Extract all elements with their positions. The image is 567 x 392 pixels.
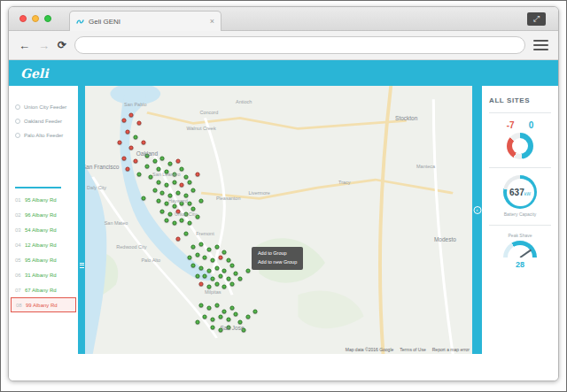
site-marker[interactable]: [152, 158, 157, 163]
site-marker[interactable]: [206, 269, 211, 273]
site-marker[interactable]: [195, 319, 199, 324]
site-marker[interactable]: [157, 166, 161, 171]
fullscreen-icon[interactable]: ⤢: [527, 12, 546, 26]
address-bar[interactable]: [74, 36, 525, 54]
site-marker[interactable]: [129, 145, 134, 150]
site-marker[interactable]: [230, 282, 235, 287]
site-marker[interactable]: [199, 199, 204, 204]
site-list-item[interactable]: 0899 Albany Rd: [11, 297, 76, 312]
site-marker[interactable]: [168, 194, 173, 198]
site-marker[interactable]: [191, 188, 196, 193]
site-marker[interactable]: [195, 172, 199, 176]
site-marker[interactable]: [211, 257, 215, 262]
back-button[interactable]: ←: [19, 39, 30, 52]
radio-icon[interactable]: [15, 119, 20, 124]
radio-icon[interactable]: [15, 104, 20, 110]
site-marker[interactable]: [137, 121, 142, 126]
site-list-item[interactable]: 0195 Albany Rd: [9, 192, 78, 207]
site-marker[interactable]: [175, 158, 180, 163]
browser-menu-icon[interactable]: [533, 40, 548, 51]
site-marker[interactable]: [214, 304, 219, 308]
site-marker[interactable]: [187, 181, 191, 185]
minimize-window-button[interactable]: [32, 15, 39, 22]
site-marker[interactable]: [183, 175, 188, 180]
context-menu-item[interactable]: Add to Group: [258, 250, 297, 258]
site-marker[interactable]: [230, 264, 235, 268]
attribution-link[interactable]: Report a map error: [432, 347, 470, 352]
site-marker[interactable]: [118, 140, 122, 144]
site-marker[interactable]: [129, 113, 134, 118]
site-marker[interactable]: [172, 204, 176, 209]
site-marker[interactable]: [199, 304, 204, 308]
site-marker[interactable]: [126, 166, 130, 171]
site-marker[interactable]: [180, 166, 184, 171]
site-marker[interactable]: [253, 309, 258, 313]
feeder-item[interactable]: Oakland Feeder: [9, 114, 78, 128]
geli-logo[interactable]: Geli: [20, 66, 49, 81]
site-marker[interactable]: [245, 269, 250, 273]
site-marker[interactable]: [199, 266, 204, 271]
site-marker[interactable]: [168, 161, 173, 165]
site-marker[interactable]: [218, 255, 222, 259]
site-marker[interactable]: [203, 255, 207, 259]
site-marker[interactable]: [133, 135, 137, 139]
site-marker[interactable]: [218, 274, 222, 279]
site-marker[interactable]: [230, 306, 235, 311]
site-marker[interactable]: [121, 156, 126, 160]
site-marker[interactable]: [211, 277, 215, 281]
site-marker[interactable]: [160, 210, 165, 214]
site-marker[interactable]: [168, 212, 173, 217]
site-marker[interactable]: [206, 306, 211, 311]
site-marker[interactable]: [157, 181, 161, 185]
map-context-menu[interactable]: Add to GroupAdd to new Group: [252, 247, 303, 270]
site-marker[interactable]: [180, 218, 184, 222]
site-marker[interactable]: [180, 183, 184, 188]
site-marker[interactable]: [206, 285, 211, 289]
site-marker[interactable]: [195, 252, 199, 257]
site-marker[interactable]: [164, 183, 168, 188]
site-marker[interactable]: [141, 140, 145, 144]
site-marker[interactable]: [203, 314, 207, 319]
site-marker[interactable]: [187, 255, 191, 259]
site-marker[interactable]: [211, 325, 215, 329]
sidebar-collapse-strip[interactable]: [78, 86, 85, 354]
context-menu-item[interactable]: Add to new Group: [258, 258, 297, 267]
zoom-window-button[interactable]: [44, 15, 51, 22]
site-marker[interactable]: [121, 119, 126, 123]
site-marker[interactable]: [137, 172, 142, 176]
site-marker[interactable]: [206, 247, 211, 251]
site-marker[interactable]: [203, 274, 207, 279]
site-marker[interactable]: [191, 264, 196, 268]
site-marker[interactable]: [226, 257, 230, 262]
site-marker[interactable]: [214, 244, 219, 249]
site-list-item[interactable]: 0412 Albany Rd: [9, 237, 78, 252]
map-view[interactable]: San PabloConcordAntiochWalnut CreekStock…: [85, 86, 472, 354]
site-marker[interactable]: [183, 194, 188, 198]
site-marker[interactable]: [133, 158, 137, 163]
site-marker[interactable]: [214, 266, 219, 271]
site-marker[interactable]: [226, 277, 230, 281]
drag-handle-icon[interactable]: [80, 263, 84, 268]
browser-tab[interactable]: Geli GENI ×: [69, 11, 221, 31]
site-marker[interactable]: [226, 317, 230, 321]
site-marker[interactable]: [211, 317, 215, 321]
site-marker[interactable]: [126, 129, 130, 134]
panel-collapse-strip[interactable]: ‹: [472, 86, 482, 354]
site-marker[interactable]: [152, 188, 157, 193]
site-marker[interactable]: [157, 199, 161, 204]
reload-button[interactable]: ⟳: [58, 39, 66, 51]
site-list-item[interactable]: 0595 Albany Rd: [9, 252, 78, 267]
map-canvas[interactable]: [85, 86, 472, 354]
site-list-item[interactable]: 0296 Albany Rd: [9, 207, 78, 222]
site-list-item[interactable]: 0767 Albany Rd: [9, 282, 78, 297]
close-window-button[interactable]: [19, 15, 27, 22]
site-marker[interactable]: [218, 314, 222, 319]
site-marker[interactable]: [199, 242, 204, 246]
site-marker[interactable]: [191, 244, 196, 249]
site-marker[interactable]: [195, 274, 199, 279]
site-marker[interactable]: [160, 156, 165, 160]
attribution-link[interactable]: Terms of Use: [400, 347, 425, 352]
site-marker[interactable]: [214, 282, 219, 287]
collapse-panel-icon[interactable]: ‹: [473, 206, 481, 214]
site-marker[interactable]: [172, 220, 176, 225]
